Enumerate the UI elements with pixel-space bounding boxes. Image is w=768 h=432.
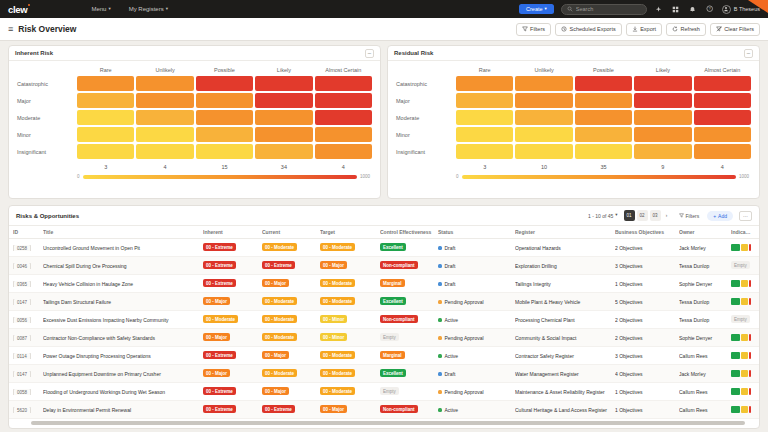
heatmap-cell[interactable]: [456, 76, 513, 91]
heatmap-cell[interactable]: [136, 127, 193, 142]
column-header-control-effectiveness[interactable]: Control Effectiveness: [380, 229, 438, 235]
nav-menu[interactable]: Menu ▾: [91, 6, 110, 12]
heatmap-cell[interactable]: [694, 144, 751, 159]
table-row[interactable]: 0258Uncontrolled Ground Movement in Open…: [9, 239, 759, 257]
collapse-icon[interactable]: –: [365, 49, 374, 58]
export-button[interactable]: Export: [626, 23, 662, 36]
heatmap-cell[interactable]: [255, 144, 312, 159]
heatmap-cell[interactable]: [575, 127, 632, 142]
heatmap-cell[interactable]: [315, 127, 372, 142]
table-row[interactable]: 0056Excessive Dust Emissions Impacting N…: [9, 311, 759, 329]
global-search[interactable]: [561, 4, 647, 15]
heatmap-cell[interactable]: [694, 76, 751, 91]
table-row[interactable]: 5620Delay in Environmental Permit Renewa…: [9, 401, 759, 419]
refresh-button[interactable]: Refresh: [666, 23, 706, 36]
table-row[interactable]: 0058Flooding of Underground Workings Dur…: [9, 383, 759, 401]
add-button[interactable]: + Add: [707, 211, 733, 221]
heatmap-cell[interactable]: [196, 93, 253, 108]
column-header-current[interactable]: Current: [262, 229, 320, 235]
heatmap-cell[interactable]: [196, 127, 253, 142]
heatmap-cell[interactable]: [456, 93, 513, 108]
heatmap-cell[interactable]: [255, 93, 312, 108]
target-rating-cell: 00 - Moderate: [320, 369, 380, 378]
column-header-business-objectives[interactable]: Business Objectives: [615, 229, 679, 235]
heatmap-cell[interactable]: [634, 76, 691, 91]
table-row[interactable]: 0147Unplanned Equipment Downtime on Prim…: [9, 365, 759, 383]
target-rating-badge: 00 - Moderate: [320, 351, 355, 359]
column-header-owner[interactable]: Owner: [679, 229, 731, 235]
heatmap-cell[interactable]: [634, 127, 691, 142]
heatmap-cell[interactable]: [634, 110, 691, 125]
table-filters-button[interactable]: Filters: [677, 212, 702, 220]
page-button-3[interactable]: 03: [650, 210, 661, 221]
heatmap-cell[interactable]: [634, 93, 691, 108]
collapse-icon[interactable]: –: [744, 49, 753, 58]
page-button-1[interactable]: 01: [624, 210, 635, 221]
heatmap-cell[interactable]: [575, 76, 632, 91]
heatmap-cell[interactable]: [575, 144, 632, 159]
column-header-status[interactable]: Status: [438, 229, 515, 235]
filters-button[interactable]: Filters: [516, 23, 551, 36]
heatmap-cell[interactable]: [694, 127, 751, 142]
heatmap-cell[interactable]: [77, 144, 134, 159]
next-page-icon[interactable]: ›: [663, 210, 671, 221]
notifications-bell-icon[interactable]: [688, 4, 698, 14]
column-header-id[interactable]: ID: [13, 229, 43, 235]
help-icon[interactable]: ?: [705, 4, 715, 14]
heatmap-cell[interactable]: [456, 110, 513, 125]
heatmap-cell[interactable]: [77, 127, 134, 142]
heatmap-cell[interactable]: [315, 110, 372, 125]
clear-filters-button[interactable]: Clear Filters: [710, 23, 760, 36]
table-row[interactable]: 0147Tailings Dam Structural Failure00 - …: [9, 293, 759, 311]
table-row[interactable]: 0087Contractor Non-Compliance with Safet…: [9, 329, 759, 347]
heatmap-cell[interactable]: [694, 110, 751, 125]
heatmap-cell[interactable]: [196, 144, 253, 159]
create-button[interactable]: Create ▾: [519, 4, 554, 14]
app-logo[interactable]: clew: [8, 4, 27, 15]
heatmap-cell[interactable]: [315, 144, 372, 159]
heatmap-cell[interactable]: [515, 144, 572, 159]
heatmap-cell[interactable]: [515, 110, 572, 125]
heatmap-cell[interactable]: [136, 76, 193, 91]
heatmap-cell[interactable]: [77, 93, 134, 108]
heatmap-cell[interactable]: [77, 76, 134, 91]
heatmap-cell[interactable]: [575, 93, 632, 108]
rows-range-dropdown[interactable]: 1 - 10 of 45 ▾: [588, 213, 618, 219]
heatmap-cell[interactable]: [315, 76, 372, 91]
apps-grid-icon[interactable]: [671, 4, 681, 14]
heatmap-cell[interactable]: [634, 144, 691, 159]
heatmap-cell[interactable]: [196, 110, 253, 125]
page-button-2[interactable]: 02: [637, 210, 648, 221]
heatmap-cell[interactable]: [136, 144, 193, 159]
column-header-title[interactable]: Title: [43, 229, 203, 235]
column-header-target[interactable]: Target: [320, 229, 380, 235]
table-row[interactable]: 0365Heavy Vehicle Collision in Haulage Z…: [9, 275, 759, 293]
heatmap-cell[interactable]: [255, 110, 312, 125]
table-row[interactable]: 0046Chemical Spill During Ore Processing…: [9, 257, 759, 275]
heatmap-cell[interactable]: [575, 110, 632, 125]
nav-my-registers[interactable]: My Registers ▾: [129, 6, 168, 12]
hamburger-menu-icon[interactable]: ≡: [8, 24, 13, 34]
search-input[interactable]: [576, 6, 641, 12]
heatmap-cell[interactable]: [77, 110, 134, 125]
heatmap-cell[interactable]: [515, 127, 572, 142]
horizontal-scrollbar[interactable]: [31, 421, 745, 425]
column-header-inherent[interactable]: Inherent: [203, 229, 262, 235]
heatmap-cell[interactable]: [136, 110, 193, 125]
heatmap-cell[interactable]: [694, 93, 751, 108]
column-header-indicator[interactable]: Indicator: [731, 229, 755, 235]
heatmap-cell[interactable]: [196, 76, 253, 91]
heatmap-cell[interactable]: [456, 144, 513, 159]
scheduled-exports-button[interactable]: Scheduled Exports: [555, 23, 622, 36]
table-row[interactable]: 0114Power Outage Disrupting Processing O…: [9, 347, 759, 365]
column-header-register[interactable]: Register: [515, 229, 615, 235]
heatmap-cell[interactable]: [515, 93, 572, 108]
more-options-icon[interactable]: ⋯: [739, 211, 752, 221]
ai-assistant-icon[interactable]: [654, 4, 664, 14]
heatmap-cell[interactable]: [456, 127, 513, 142]
heatmap-cell[interactable]: [255, 127, 312, 142]
heatmap-cell[interactable]: [255, 76, 312, 91]
heatmap-cell[interactable]: [315, 93, 372, 108]
heatmap-cell[interactable]: [136, 93, 193, 108]
heatmap-cell[interactable]: [515, 76, 572, 91]
